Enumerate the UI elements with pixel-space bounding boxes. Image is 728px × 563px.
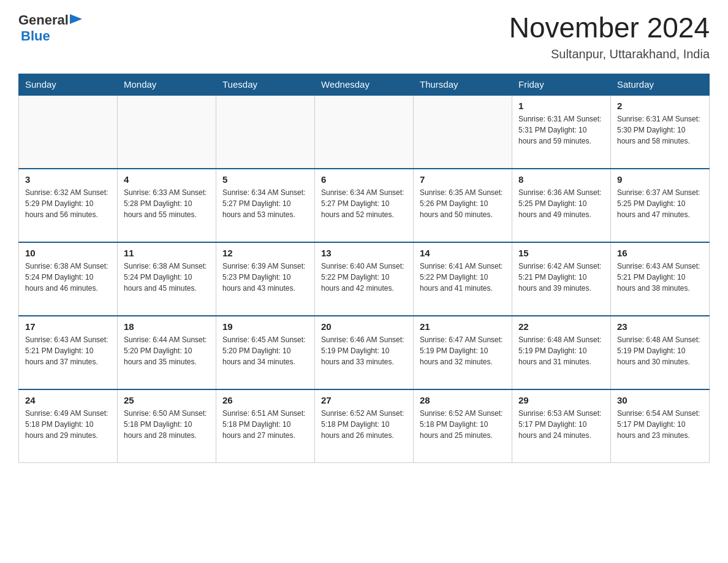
page-header: General Blue November 2024 Sultanpur, Ut… bbox=[18, 12, 710, 61]
day-number: 13 bbox=[321, 248, 407, 258]
week-row-1: 1Sunrise: 6:31 AM Sunset: 5:31 PM Daylig… bbox=[19, 95, 710, 169]
day-cell bbox=[216, 95, 315, 169]
col-sunday: Sunday bbox=[19, 74, 118, 95]
day-detail: Sunrise: 6:34 AM Sunset: 5:27 PM Dayligh… bbox=[321, 187, 407, 220]
col-friday: Friday bbox=[512, 74, 611, 95]
day-cell: 7Sunrise: 6:35 AM Sunset: 5:26 PM Daylig… bbox=[414, 169, 512, 242]
day-number: 2 bbox=[617, 101, 703, 111]
day-detail: Sunrise: 6:50 AM Sunset: 5:18 PM Dayligh… bbox=[124, 408, 210, 441]
day-cell: 16Sunrise: 6:43 AM Sunset: 5:21 PM Dayli… bbox=[611, 242, 710, 316]
calendar-body: 1Sunrise: 6:31 AM Sunset: 5:31 PM Daylig… bbox=[19, 95, 710, 463]
day-cell: 10Sunrise: 6:38 AM Sunset: 5:24 PM Dayli… bbox=[19, 242, 118, 316]
day-number: 18 bbox=[124, 321, 210, 332]
day-cell: 24Sunrise: 6:49 AM Sunset: 5:18 PM Dayli… bbox=[19, 389, 118, 463]
day-cell: 9Sunrise: 6:37 AM Sunset: 5:25 PM Daylig… bbox=[611, 169, 710, 242]
day-detail: Sunrise: 6:47 AM Sunset: 5:19 PM Dayligh… bbox=[420, 334, 506, 367]
day-number: 11 bbox=[124, 248, 210, 258]
day-number: 17 bbox=[25, 321, 111, 332]
day-cell: 8Sunrise: 6:36 AM Sunset: 5:25 PM Daylig… bbox=[512, 169, 611, 242]
day-cell: 4Sunrise: 6:33 AM Sunset: 5:28 PM Daylig… bbox=[118, 169, 216, 242]
day-cell bbox=[315, 95, 414, 169]
day-detail: Sunrise: 6:43 AM Sunset: 5:21 PM Dayligh… bbox=[25, 334, 111, 367]
day-cell: 17Sunrise: 6:43 AM Sunset: 5:21 PM Dayli… bbox=[19, 316, 118, 389]
day-cell: 19Sunrise: 6:45 AM Sunset: 5:20 PM Dayli… bbox=[216, 316, 315, 389]
day-detail: Sunrise: 6:43 AM Sunset: 5:21 PM Dayligh… bbox=[617, 261, 703, 294]
col-tuesday: Tuesday bbox=[216, 74, 315, 95]
col-monday: Monday bbox=[118, 74, 216, 95]
day-cell: 18Sunrise: 6:44 AM Sunset: 5:20 PM Dayli… bbox=[118, 316, 216, 389]
day-number: 23 bbox=[617, 321, 703, 332]
day-number: 6 bbox=[321, 174, 407, 185]
day-cell: 26Sunrise: 6:51 AM Sunset: 5:18 PM Dayli… bbox=[216, 389, 315, 463]
day-number: 16 bbox=[617, 248, 703, 258]
day-detail: Sunrise: 6:31 AM Sunset: 5:31 PM Dayligh… bbox=[518, 113, 604, 147]
day-cell: 30Sunrise: 6:54 AM Sunset: 5:17 PM Dayli… bbox=[611, 389, 710, 463]
day-detail: Sunrise: 6:38 AM Sunset: 5:24 PM Dayligh… bbox=[124, 261, 210, 294]
col-thursday: Thursday bbox=[414, 74, 512, 95]
day-detail: Sunrise: 6:37 AM Sunset: 5:25 PM Dayligh… bbox=[617, 187, 703, 220]
day-detail: Sunrise: 6:40 AM Sunset: 5:22 PM Dayligh… bbox=[321, 261, 407, 294]
day-number: 14 bbox=[420, 248, 506, 258]
day-detail: Sunrise: 6:46 AM Sunset: 5:19 PM Dayligh… bbox=[321, 334, 407, 367]
day-detail: Sunrise: 6:51 AM Sunset: 5:18 PM Dayligh… bbox=[222, 408, 308, 441]
day-number: 28 bbox=[420, 395, 506, 405]
day-number: 5 bbox=[222, 174, 308, 185]
logo-triangle-icon bbox=[70, 14, 83, 28]
day-cell: 5Sunrise: 6:34 AM Sunset: 5:27 PM Daylig… bbox=[216, 169, 315, 242]
day-number: 26 bbox=[222, 395, 308, 405]
day-detail: Sunrise: 6:49 AM Sunset: 5:18 PM Dayligh… bbox=[25, 408, 111, 441]
day-number: 3 bbox=[25, 174, 111, 185]
day-number: 21 bbox=[420, 321, 506, 332]
header-row: Sunday Monday Tuesday Wednesday Thursday… bbox=[19, 74, 710, 95]
day-detail: Sunrise: 6:52 AM Sunset: 5:18 PM Dayligh… bbox=[321, 408, 407, 441]
day-detail: Sunrise: 6:36 AM Sunset: 5:25 PM Dayligh… bbox=[518, 187, 604, 220]
col-wednesday: Wednesday bbox=[315, 74, 414, 95]
day-cell: 21Sunrise: 6:47 AM Sunset: 5:19 PM Dayli… bbox=[414, 316, 512, 389]
day-detail: Sunrise: 6:48 AM Sunset: 5:19 PM Dayligh… bbox=[518, 334, 604, 367]
day-cell: 20Sunrise: 6:46 AM Sunset: 5:19 PM Dayli… bbox=[315, 316, 414, 389]
day-number: 12 bbox=[222, 248, 308, 258]
day-number: 27 bbox=[321, 395, 407, 405]
day-detail: Sunrise: 6:52 AM Sunset: 5:18 PM Dayligh… bbox=[420, 408, 506, 441]
day-number: 19 bbox=[222, 321, 308, 332]
day-cell: 25Sunrise: 6:50 AM Sunset: 5:18 PM Dayli… bbox=[118, 389, 216, 463]
day-cell bbox=[414, 95, 512, 169]
day-cell: 6Sunrise: 6:34 AM Sunset: 5:27 PM Daylig… bbox=[315, 169, 414, 242]
day-detail: Sunrise: 6:44 AM Sunset: 5:20 PM Dayligh… bbox=[124, 334, 210, 367]
day-cell: 2Sunrise: 6:31 AM Sunset: 5:30 PM Daylig… bbox=[611, 95, 710, 169]
day-number: 8 bbox=[518, 174, 604, 185]
day-cell bbox=[19, 95, 118, 169]
week-row-5: 24Sunrise: 6:49 AM Sunset: 5:18 PM Dayli… bbox=[19, 389, 710, 463]
day-detail: Sunrise: 6:42 AM Sunset: 5:21 PM Dayligh… bbox=[518, 261, 604, 294]
svg-marker-0 bbox=[70, 14, 82, 24]
day-detail: Sunrise: 6:31 AM Sunset: 5:30 PM Dayligh… bbox=[617, 113, 703, 147]
day-detail: Sunrise: 6:39 AM Sunset: 5:23 PM Dayligh… bbox=[222, 261, 308, 294]
day-number: 1 bbox=[518, 101, 604, 111]
day-detail: Sunrise: 6:54 AM Sunset: 5:17 PM Dayligh… bbox=[617, 408, 703, 441]
day-number: 25 bbox=[124, 395, 210, 405]
day-detail: Sunrise: 6:45 AM Sunset: 5:20 PM Dayligh… bbox=[222, 334, 308, 367]
day-number: 30 bbox=[617, 395, 703, 405]
day-detail: Sunrise: 6:35 AM Sunset: 5:26 PM Dayligh… bbox=[420, 187, 506, 220]
day-cell bbox=[118, 95, 216, 169]
day-cell: 27Sunrise: 6:52 AM Sunset: 5:18 PM Dayli… bbox=[315, 389, 414, 463]
day-cell: 3Sunrise: 6:32 AM Sunset: 5:29 PM Daylig… bbox=[19, 169, 118, 242]
week-row-4: 17Sunrise: 6:43 AM Sunset: 5:21 PM Dayli… bbox=[19, 316, 710, 389]
week-row-3: 10Sunrise: 6:38 AM Sunset: 5:24 PM Dayli… bbox=[19, 242, 710, 316]
title-block: November 2024 Sultanpur, Uttarakhand, In… bbox=[509, 12, 710, 61]
day-detail: Sunrise: 6:32 AM Sunset: 5:29 PM Dayligh… bbox=[25, 187, 111, 220]
day-cell: 22Sunrise: 6:48 AM Sunset: 5:19 PM Dayli… bbox=[512, 316, 611, 389]
day-cell: 15Sunrise: 6:42 AM Sunset: 5:21 PM Dayli… bbox=[512, 242, 611, 316]
day-number: 10 bbox=[25, 248, 111, 258]
day-cell: 28Sunrise: 6:52 AM Sunset: 5:18 PM Dayli… bbox=[414, 389, 512, 463]
day-number: 29 bbox=[518, 395, 604, 405]
day-cell: 13Sunrise: 6:40 AM Sunset: 5:22 PM Dayli… bbox=[315, 242, 414, 316]
day-detail: Sunrise: 6:53 AM Sunset: 5:17 PM Dayligh… bbox=[518, 408, 604, 441]
logo-general-text: General bbox=[18, 12, 69, 28]
day-cell: 29Sunrise: 6:53 AM Sunset: 5:17 PM Dayli… bbox=[512, 389, 611, 463]
day-detail: Sunrise: 6:33 AM Sunset: 5:28 PM Dayligh… bbox=[124, 187, 210, 220]
col-saturday: Saturday bbox=[611, 74, 710, 95]
day-cell: 11Sunrise: 6:38 AM Sunset: 5:24 PM Dayli… bbox=[118, 242, 216, 316]
day-cell: 14Sunrise: 6:41 AM Sunset: 5:22 PM Dayli… bbox=[414, 242, 512, 316]
week-row-2: 3Sunrise: 6:32 AM Sunset: 5:29 PM Daylig… bbox=[19, 169, 710, 242]
